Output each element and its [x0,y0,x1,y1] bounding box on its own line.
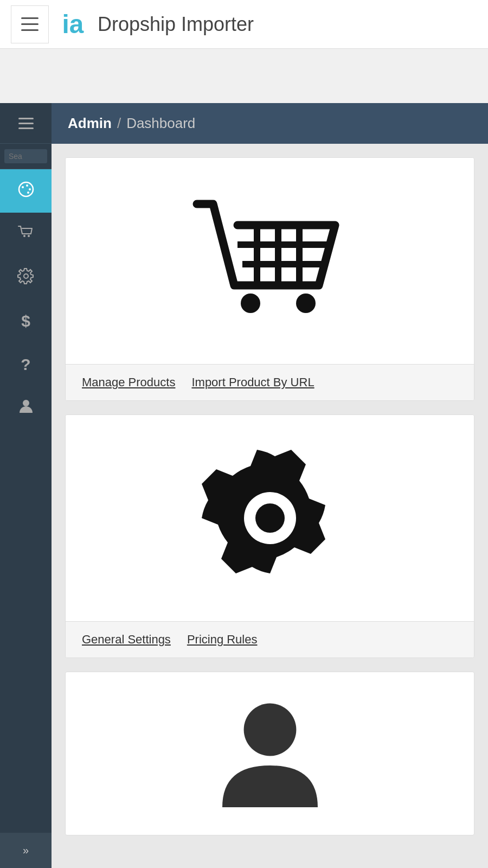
sidebar-item-settings[interactable] [0,256,52,299]
collapse-chevron-icon: » [23,844,29,857]
cart-icon [17,224,35,245]
products-card-icon-area [66,158,474,364]
svg-point-5 [27,192,29,194]
account-card-icon-area [66,672,474,835]
user-large-icon [210,694,330,813]
settings-card-icon-area [66,415,474,621]
pricing-rules-link[interactable]: Pricing Rules [187,633,258,647]
app-title: Dropship Importer [98,13,254,36]
gear-large-icon [189,437,351,599]
sidebar-search-input[interactable] [4,149,47,163]
svg-point-6 [22,191,25,194]
svg-point-10 [23,400,29,406]
sidebar-item-account[interactable] [0,386,52,430]
svg-point-7 [23,235,25,237]
sidebar-item-dashboard[interactable] [0,169,52,213]
svg-point-4 [29,188,31,190]
svg-point-3 [26,184,28,187]
sidebar-item-pricing[interactable]: $ [0,299,52,343]
svg-text:ia: ia [62,10,84,39]
svg-point-21 [243,704,296,756]
content-body: Manage Products Import Product By URL Ge… [52,144,488,868]
general-settings-link[interactable]: General Settings [82,633,171,647]
products-dashboard-card: Manage Products Import Product By URL [65,157,474,401]
dashboard-icon [17,181,35,202]
manage-products-link[interactable]: Manage Products [82,375,175,390]
import-product-url-link[interactable]: Import Product By URL [191,375,314,390]
sidebar-item-products[interactable] [0,213,52,256]
svg-point-9 [24,274,28,278]
settings-dashboard-card: General Settings Pricing Rules [65,414,474,658]
svg-point-17 [296,293,316,313]
svg-point-1 [19,182,33,196]
svg-point-2 [22,186,24,188]
sidebar-item-help[interactable]: ? [0,343,52,386]
breadcrumb-separator: / [117,115,121,132]
settings-card-links: General Settings Pricing Rules [66,621,474,658]
sidebar-collapse-button[interactable]: » [0,833,52,868]
shopping-cart-large-icon [189,180,351,342]
svg-point-8 [28,235,30,237]
account-dashboard-card [65,672,474,835]
sidebar-top-bar[interactable] [0,103,52,144]
content-area: Admin / Dashboard [52,103,488,868]
top-header: ia Dropship Importer [0,0,488,49]
gear-icon [17,267,35,289]
svg-point-20 [255,503,285,533]
breadcrumb-bar: Admin / Dashboard [52,103,488,144]
help-icon: ? [21,355,30,374]
dollar-icon: $ [21,312,30,330]
logo-area: ia Dropship Importer [60,9,254,39]
sidebar: $ ? » [0,103,52,868]
products-card-links: Manage Products Import Product By URL [66,364,474,400]
breadcrumb-current: Dashboard [126,115,195,132]
sidebar-hamburger-icon [18,118,34,129]
svg-point-16 [241,293,260,313]
breadcrumb-root: Admin [68,115,112,132]
header-spacer [0,49,488,103]
sidebar-search-area [0,144,52,169]
main-layout: $ ? » Admin / Dashboard [0,103,488,868]
app-logo: ia [60,9,89,39]
hamburger-button[interactable] [11,5,49,43]
user-icon [17,398,35,419]
